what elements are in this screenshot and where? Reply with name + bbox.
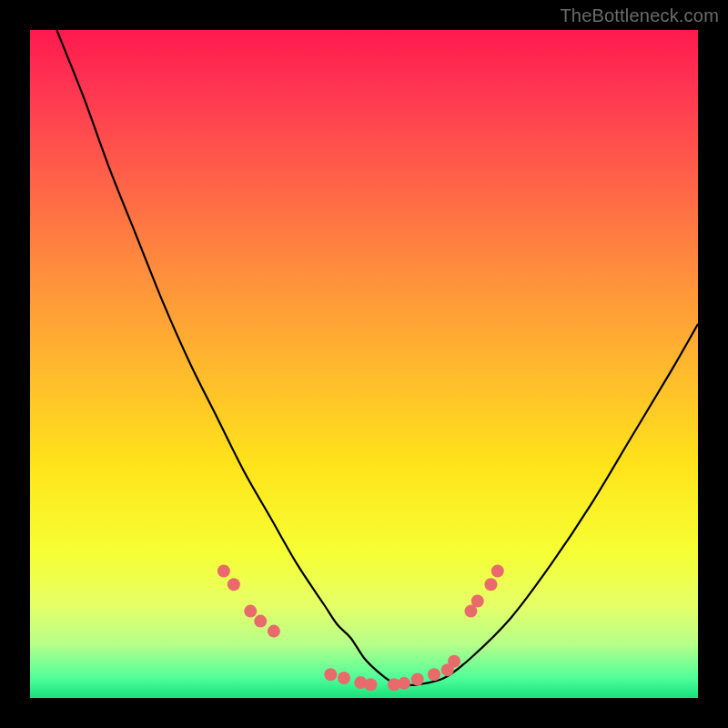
chart-frame: TheBottleneck.com <box>0 0 728 728</box>
curve-marker <box>471 595 484 608</box>
curve-marker <box>254 615 267 628</box>
bottleneck-curve-svg <box>30 30 698 698</box>
curve-marker <box>428 668 440 681</box>
curve-marker <box>398 677 410 690</box>
curve-marker <box>484 578 497 591</box>
watermark-text: TheBottleneck.com <box>560 5 719 26</box>
curve-markers <box>217 565 504 692</box>
curve-marker <box>268 625 280 638</box>
curve-marker <box>228 578 240 591</box>
curve-marker <box>448 655 460 668</box>
curve-marker <box>217 565 230 578</box>
curve-marker <box>338 672 350 684</box>
curve-marker <box>364 678 377 691</box>
curve-marker <box>491 565 504 578</box>
curve-marker <box>324 668 337 681</box>
bottleneck-curve <box>56 30 698 685</box>
plot-area <box>30 30 698 698</box>
curve-marker <box>244 605 257 618</box>
curve-marker <box>411 672 424 685</box>
